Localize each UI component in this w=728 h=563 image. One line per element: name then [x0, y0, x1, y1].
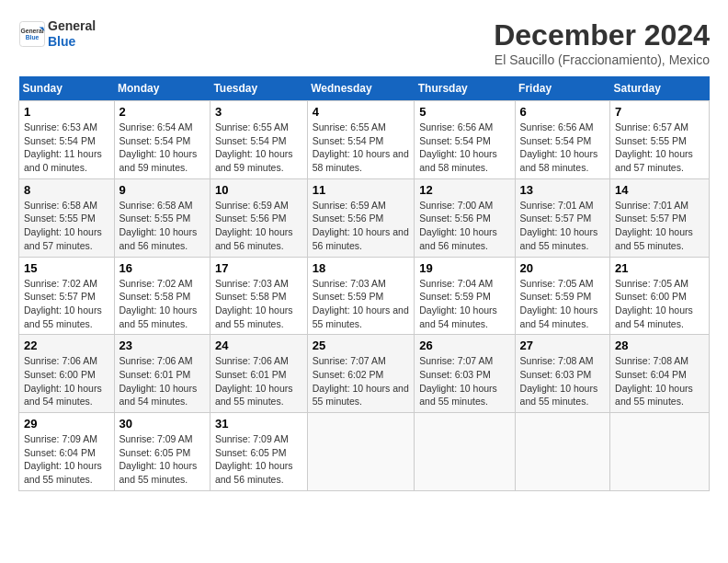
day-number: 16: [119, 261, 205, 275]
cell-info: Sunrise: 6:55 AMSunset: 5:54 PMDaylight:…: [215, 121, 293, 173]
cell-info: Sunrise: 7:01 AMSunset: 5:57 PMDaylight:…: [615, 200, 693, 251]
day-number: 13: [520, 183, 606, 197]
cell-info: Sunrise: 6:59 AMSunset: 5:56 PMDaylight:…: [313, 200, 409, 251]
day-number: 20: [520, 261, 606, 275]
cell-info: Sunrise: 7:08 AMSunset: 6:04 PMDaylight:…: [615, 355, 693, 407]
calendar-table: Sunday Monday Tuesday Wednesday Thursday…: [18, 76, 710, 491]
logo-line2: Blue: [48, 34, 96, 50]
day-number: 21: [615, 261, 704, 275]
table-row: [610, 413, 710, 491]
day-number: 8: [24, 183, 109, 197]
day-number: 7: [615, 105, 704, 119]
col-tuesday: Tuesday: [210, 76, 307, 101]
day-number: 2: [119, 105, 205, 119]
table-row: 8 Sunrise: 6:58 AMSunset: 5:55 PMDayligh…: [19, 178, 115, 257]
table-row: [515, 413, 610, 491]
cell-info: Sunrise: 7:06 AMSunset: 6:00 PMDaylight:…: [24, 355, 102, 407]
day-number: 6: [520, 105, 606, 119]
day-number: 1: [24, 105, 109, 119]
cell-info: Sunrise: 7:05 AMSunset: 6:00 PMDaylight:…: [615, 278, 693, 329]
day-number: 12: [419, 183, 509, 197]
col-monday: Monday: [114, 76, 210, 101]
cell-info: Sunrise: 7:03 AMSunset: 5:59 PMDaylight:…: [313, 278, 409, 329]
col-thursday: Thursday: [415, 76, 515, 101]
table-row: 20 Sunrise: 7:05 AMSunset: 5:59 PMDaylig…: [515, 257, 610, 335]
day-number: 25: [313, 339, 410, 352]
cell-info: Sunrise: 7:03 AMSunset: 5:58 PMDaylight:…: [215, 278, 293, 329]
table-row: 3 Sunrise: 6:55 AMSunset: 5:54 PMDayligh…: [210, 101, 307, 179]
table-row: 13 Sunrise: 7:01 AMSunset: 5:57 PMDaylig…: [515, 178, 610, 257]
day-number: 19: [419, 261, 509, 275]
cell-info: Sunrise: 6:57 AMSunset: 5:55 PMDaylight:…: [615, 121, 693, 173]
cell-info: Sunrise: 7:08 AMSunset: 6:03 PMDaylight:…: [520, 355, 598, 407]
page-header: General Blue General Blue December 2024 …: [18, 18, 710, 67]
table-row: 24 Sunrise: 7:06 AMSunset: 6:01 PMDaylig…: [210, 335, 307, 413]
cell-info: Sunrise: 6:58 AMSunset: 5:55 PMDaylight:…: [24, 200, 102, 251]
day-number: 27: [520, 339, 606, 352]
table-row: 21 Sunrise: 7:05 AMSunset: 6:00 PMDaylig…: [610, 257, 710, 335]
table-row: 5 Sunrise: 6:56 AMSunset: 5:54 PMDayligh…: [415, 101, 515, 179]
cell-info: Sunrise: 6:56 AMSunset: 5:54 PMDaylight:…: [520, 121, 598, 173]
cell-info: Sunrise: 6:58 AMSunset: 5:55 PMDaylight:…: [119, 200, 198, 251]
table-row: 15 Sunrise: 7:02 AMSunset: 5:57 PMDaylig…: [19, 257, 115, 335]
cell-info: Sunrise: 7:09 AMSunset: 6:05 PMDaylight:…: [215, 433, 293, 485]
table-row: 25 Sunrise: 7:07 AMSunset: 6:02 PMDaylig…: [307, 335, 415, 413]
table-row: 7 Sunrise: 6:57 AMSunset: 5:55 PMDayligh…: [610, 101, 710, 179]
table-row: 29 Sunrise: 7:09 AMSunset: 6:04 PMDaylig…: [19, 413, 115, 491]
cell-info: Sunrise: 7:04 AMSunset: 5:59 PMDaylight:…: [419, 278, 497, 329]
day-number: 28: [615, 339, 704, 352]
table-row: 14 Sunrise: 7:01 AMSunset: 5:57 PMDaylig…: [610, 178, 710, 257]
day-number: 4: [313, 105, 410, 119]
cell-info: Sunrise: 7:02 AMSunset: 5:57 PMDaylight:…: [24, 278, 102, 329]
table-row: 12 Sunrise: 7:00 AMSunset: 5:56 PMDaylig…: [415, 178, 515, 257]
logo-icon: General Blue: [18, 20, 46, 48]
cell-info: Sunrise: 7:09 AMSunset: 6:05 PMDaylight:…: [119, 433, 198, 485]
cell-info: Sunrise: 6:55 AMSunset: 5:54 PMDaylight:…: [313, 121, 409, 173]
cell-info: Sunrise: 7:09 AMSunset: 6:04 PMDaylight:…: [24, 433, 102, 485]
table-row: 28 Sunrise: 7:08 AMSunset: 6:04 PMDaylig…: [610, 335, 710, 413]
table-row: 23 Sunrise: 7:06 AMSunset: 6:01 PMDaylig…: [114, 335, 210, 413]
cell-info: Sunrise: 7:07 AMSunset: 6:03 PMDaylight:…: [419, 355, 497, 407]
table-row: 9 Sunrise: 6:58 AMSunset: 5:55 PMDayligh…: [114, 178, 210, 257]
day-number: 17: [215, 261, 302, 275]
table-row: 6 Sunrise: 6:56 AMSunset: 5:54 PMDayligh…: [515, 101, 610, 179]
cell-info: Sunrise: 7:01 AMSunset: 5:57 PMDaylight:…: [520, 200, 598, 251]
col-saturday: Saturday: [610, 76, 710, 101]
table-row: 27 Sunrise: 7:08 AMSunset: 6:03 PMDaylig…: [515, 335, 610, 413]
cell-info: Sunrise: 6:53 AMSunset: 5:54 PMDaylight:…: [24, 121, 102, 173]
table-row: 11 Sunrise: 6:59 AMSunset: 5:56 PMDaylig…: [307, 178, 415, 257]
cell-info: Sunrise: 7:07 AMSunset: 6:02 PMDaylight:…: [313, 355, 409, 407]
table-row: 1 Sunrise: 6:53 AMSunset: 5:54 PMDayligh…: [19, 101, 115, 179]
table-row: 10 Sunrise: 6:59 AMSunset: 5:56 PMDaylig…: [210, 178, 307, 257]
cell-info: Sunrise: 7:02 AMSunset: 5:58 PMDaylight:…: [119, 278, 198, 329]
col-wednesday: Wednesday: [307, 76, 415, 101]
day-number: 30: [119, 417, 205, 431]
day-number: 3: [215, 105, 302, 119]
table-row: 31 Sunrise: 7:09 AMSunset: 6:05 PMDaylig…: [210, 413, 307, 491]
cell-info: Sunrise: 7:06 AMSunset: 6:01 PMDaylight:…: [215, 355, 293, 407]
svg-text:Blue: Blue: [26, 34, 40, 40]
day-number: 31: [215, 417, 302, 431]
cell-info: Sunrise: 7:05 AMSunset: 5:59 PMDaylight:…: [520, 278, 598, 329]
table-row: 4 Sunrise: 6:55 AMSunset: 5:54 PMDayligh…: [307, 101, 415, 179]
logo-line1: General: [48, 18, 96, 34]
table-row: [415, 413, 515, 491]
location-title: El Saucillo (Fraccionamiento), Mexico: [494, 52, 710, 67]
table-row: 26 Sunrise: 7:07 AMSunset: 6:03 PMDaylig…: [415, 335, 515, 413]
logo: General Blue General Blue: [18, 18, 96, 50]
day-number: 5: [419, 105, 509, 119]
day-number: 14: [615, 183, 704, 197]
table-row: 17 Sunrise: 7:03 AMSunset: 5:58 PMDaylig…: [210, 257, 307, 335]
day-number: 11: [313, 183, 410, 197]
cell-info: Sunrise: 6:56 AMSunset: 5:54 PMDaylight:…: [419, 121, 497, 173]
day-number: 18: [313, 261, 410, 275]
day-number: 29: [24, 417, 109, 431]
day-number: 9: [119, 183, 205, 197]
col-sunday: Sunday: [19, 76, 115, 101]
cell-info: Sunrise: 6:59 AMSunset: 5:56 PMDaylight:…: [215, 200, 293, 251]
cell-info: Sunrise: 6:54 AMSunset: 5:54 PMDaylight:…: [119, 121, 198, 173]
cell-info: Sunrise: 7:06 AMSunset: 6:01 PMDaylight:…: [119, 355, 198, 407]
day-number: 22: [24, 339, 109, 352]
day-number: 23: [119, 339, 205, 352]
table-row: 18 Sunrise: 7:03 AMSunset: 5:59 PMDaylig…: [307, 257, 415, 335]
